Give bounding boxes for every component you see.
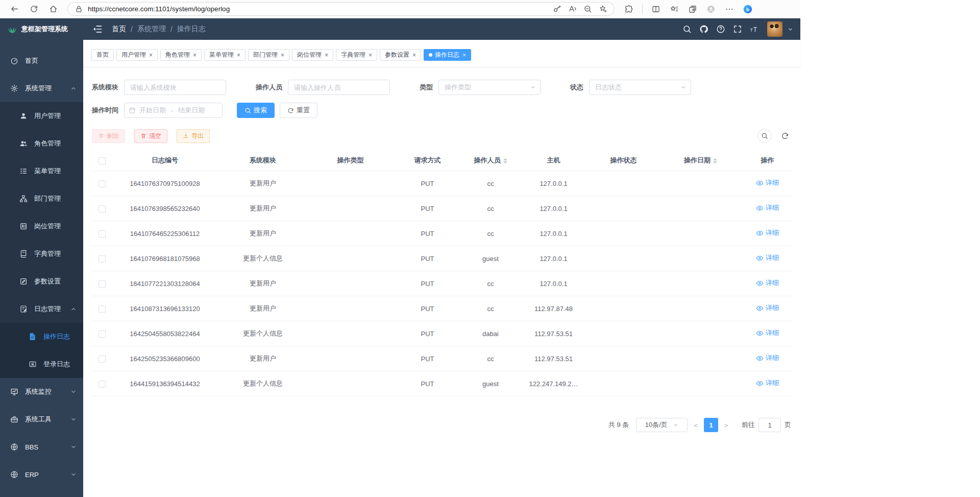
fullscreen-icon[interactable]: [730, 22, 744, 36]
type-select[interactable]: 操作类型: [438, 80, 541, 95]
row-checkbox[interactable]: [99, 230, 106, 238]
tab-menu[interactable]: 菜单管理 ×: [204, 49, 246, 61]
row-checkbox[interactable]: [99, 180, 106, 187]
help-icon[interactable]: [714, 22, 727, 36]
page-number-1[interactable]: 1: [704, 418, 718, 432]
date-range-picker[interactable]: 开始日期 - 结束日期: [124, 103, 223, 118]
sidebar-item-system[interactable]: 系统管理: [0, 75, 83, 102]
favorites-icon[interactable]: [667, 2, 681, 16]
row-checkbox[interactable]: [99, 305, 106, 313]
detail-link[interactable]: 详细: [756, 378, 779, 388]
home-icon[interactable]: [46, 2, 60, 16]
lock-icon[interactable]: [74, 5, 83, 14]
tab-operlog[interactable]: 操作日志 ×: [424, 49, 471, 61]
sidebar-item-dict[interactable]: 字典管理: [0, 240, 83, 268]
sidebar-item-role[interactable]: 角色管理: [0, 130, 83, 157]
toggle-search-button[interactable]: [757, 129, 772, 143]
sidebar-item-log[interactable]: 日志管理: [0, 295, 83, 323]
tab-close-icon[interactable]: ×: [237, 52, 240, 58]
sort-caret-icon[interactable]: [503, 158, 507, 163]
tab-post[interactable]: 岗位管理 ×: [292, 49, 333, 61]
reload-icon[interactable]: [27, 2, 41, 16]
search-button[interactable]: 搜索: [237, 103, 275, 118]
search-icon[interactable]: [680, 22, 694, 36]
status-select[interactable]: 日志状态: [589, 80, 691, 95]
sidebar-item-yi[interactable]: Yi框架: [0, 488, 83, 497]
user-avatar[interactable]: [767, 21, 782, 37]
prev-page-button[interactable]: <: [694, 421, 698, 429]
more-icon[interactable]: [722, 2, 737, 16]
reset-button[interactable]: 重置: [280, 103, 317, 118]
sidebar-item-tools[interactable]: 系统工具: [0, 406, 83, 433]
detail-link[interactable]: 详细: [756, 353, 779, 363]
detail-link[interactable]: 详细: [756, 303, 779, 313]
sidebar-item-monitor[interactable]: 系统监控: [0, 378, 83, 406]
module-input[interactable]: [124, 80, 226, 95]
tab-role[interactable]: 角色管理 ×: [160, 49, 202, 61]
detail-link[interactable]: 详细: [756, 178, 779, 187]
tab-user[interactable]: 用户管理 ×: [116, 49, 158, 61]
export-button[interactable]: 导出: [177, 129, 210, 143]
breadcrumb-item[interactable]: 系统管理: [137, 25, 166, 34]
sidebar-item-user[interactable]: 用户管理: [0, 102, 83, 130]
row-checkbox[interactable]: [99, 330, 106, 338]
delete-button[interactable]: 删除: [92, 129, 125, 143]
key-icon[interactable]: [551, 3, 563, 15]
sidebar-fold-icon[interactable]: [92, 24, 103, 34]
profile-icon[interactable]: [704, 2, 718, 16]
detail-link[interactable]: 详细: [756, 278, 779, 288]
favorite-add-icon[interactable]: [597, 3, 609, 15]
row-checkbox[interactable]: [99, 280, 106, 288]
clear-button[interactable]: 清空: [134, 129, 167, 143]
detail-link[interactable]: 详细: [756, 328, 779, 338]
sidebar-item-param[interactable]: 参数设置: [0, 268, 83, 295]
tab-param[interactable]: 参数设置 ×: [380, 49, 421, 61]
read-aloud-icon[interactable]: [566, 3, 578, 15]
sidebar-item-erp[interactable]: ERP: [0, 461, 83, 488]
url-text[interactable]: https://ccnetcore.com:1101/system/log/op…: [88, 5, 551, 13]
font-size-icon[interactable]: TT: [747, 22, 761, 36]
tab-close-icon[interactable]: ×: [462, 52, 466, 58]
row-checkbox[interactable]: [99, 205, 106, 212]
tab-dict[interactable]: 字典管理 ×: [336, 49, 377, 61]
breadcrumb-item[interactable]: 首页: [112, 25, 126, 34]
row-checkbox[interactable]: [99, 255, 106, 263]
sidebar-item-operlog[interactable]: 操作日志: [0, 323, 83, 350]
extensions-icon[interactable]: [622, 2, 636, 16]
sidebar-item-menu[interactable]: 菜单管理: [0, 157, 83, 185]
column-header-date[interactable]: 操作日期: [658, 150, 743, 171]
goto-page-input[interactable]: [758, 418, 781, 432]
sidebar-item-bbs[interactable]: BBS: [0, 433, 83, 461]
tab-close-icon[interactable]: ×: [149, 52, 153, 58]
tab-close-icon[interactable]: ×: [412, 52, 416, 58]
tab-close-icon[interactable]: ×: [369, 52, 372, 58]
sidebar-item-loginlog[interactable]: 登录日志: [0, 350, 83, 378]
column-header-operator[interactable]: 操作人员: [462, 150, 519, 171]
tab-home[interactable]: 首页: [91, 49, 114, 61]
sidebar-item-home[interactable]: 首页: [0, 47, 83, 75]
row-checkbox[interactable]: [99, 381, 106, 388]
next-page-button[interactable]: >: [724, 421, 728, 429]
tab-close-icon[interactable]: ×: [193, 52, 197, 58]
operator-input[interactable]: [288, 80, 390, 95]
tab-dept[interactable]: 部门管理 ×: [248, 49, 289, 61]
select-all-checkbox[interactable]: [99, 157, 106, 164]
collections-icon[interactable]: [685, 2, 700, 16]
split-screen-icon[interactable]: [649, 2, 663, 16]
back-icon[interactable]: [7, 2, 21, 16]
tab-close-icon[interactable]: ×: [281, 52, 284, 58]
github-icon[interactable]: [697, 22, 710, 36]
zoom-out-icon[interactable]: [581, 3, 594, 15]
detail-link[interactable]: 详细: [756, 253, 779, 263]
sidebar-item-post[interactable]: 岗位管理: [0, 212, 83, 240]
detail-link[interactable]: 详细: [756, 228, 779, 238]
refresh-table-button[interactable]: [778, 129, 792, 143]
row-checkbox[interactable]: [99, 356, 106, 363]
bing-icon[interactable]: b: [741, 2, 755, 16]
tab-close-icon[interactable]: ×: [325, 52, 328, 58]
page-size-select[interactable]: 10条/页: [636, 418, 688, 432]
address-bar[interactable]: https://ccnetcore.com:1101/system/log/op…: [67, 2, 615, 16]
sidebar-item-dept[interactable]: 部门管理: [0, 185, 83, 212]
sort-caret-icon[interactable]: [713, 158, 717, 163]
detail-link[interactable]: 详细: [756, 203, 779, 212]
